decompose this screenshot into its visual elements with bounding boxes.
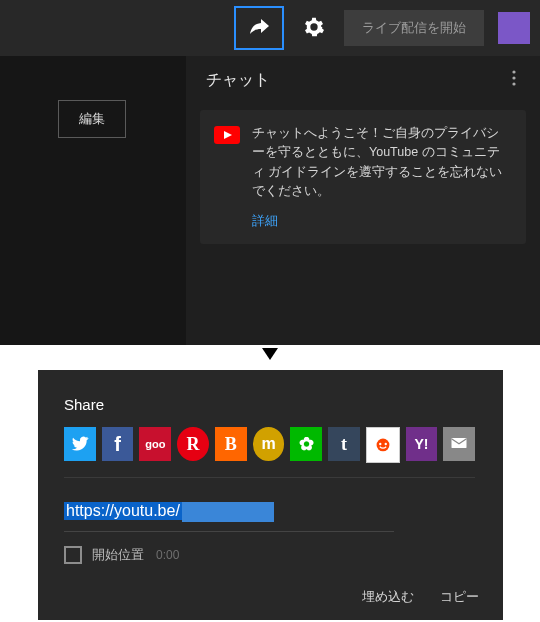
share-button[interactable]	[234, 6, 284, 50]
yahoo-icon: Y!	[414, 436, 428, 452]
divider	[64, 477, 475, 478]
share-mixi-button[interactable]: m	[253, 427, 285, 461]
reddit-icon	[372, 433, 394, 458]
share-twitter-button[interactable]	[64, 427, 96, 461]
share-blogger-button[interactable]: B	[215, 427, 247, 461]
share-services-row: f goo R B m ✿ t Y!	[64, 427, 475, 463]
share-url-obscured	[182, 502, 274, 522]
share-yahoo-button[interactable]: Y!	[406, 427, 438, 461]
start-at-checkbox[interactable]	[64, 546, 82, 564]
share-dialog-title: Share	[64, 396, 475, 413]
facebook-icon: f	[114, 433, 121, 456]
mixi-icon: m	[261, 435, 275, 453]
svg-point-2	[512, 82, 515, 85]
settings-button[interactable]	[292, 6, 336, 50]
chat-welcome-card: チャットへようこそ！ご自身のプライバシーを守るとともに、YouTube のコミュ…	[200, 110, 526, 244]
share-tumblr-button[interactable]: t	[328, 427, 360, 461]
mail-icon	[449, 433, 469, 456]
chat-learn-more-link[interactable]: 詳細	[252, 212, 510, 230]
share-dialog-actions: 埋め込む コピー	[362, 588, 479, 606]
share-goo-button[interactable]: goo	[139, 427, 171, 461]
chat-menu-button[interactable]	[502, 68, 526, 92]
svg-marker-4	[262, 348, 278, 360]
connector-arrow-icon	[262, 348, 278, 360]
svg-point-1	[512, 76, 515, 79]
share-ameba-button[interactable]: R	[177, 427, 209, 461]
ameba-icon: R	[187, 434, 200, 455]
share-mail-button[interactable]	[443, 427, 475, 461]
share-facebook-button[interactable]: f	[102, 427, 134, 461]
share-line-button[interactable]: ✿	[290, 427, 322, 461]
streaming-panel: ライブ配信を開始 編集 チャット チャットへようこそ！ご自身のプライバ	[0, 0, 540, 345]
edit-button[interactable]: 編集	[58, 100, 126, 138]
share-dialog: Share f goo R B m ✿ t Y! https://y	[38, 370, 503, 620]
kebab-icon	[512, 70, 516, 90]
chat-panel: チャット チャットへようこそ！ご自身のプライバシーを守るとともに、YouTube…	[186, 56, 540, 345]
gear-icon	[303, 16, 325, 41]
chat-welcome-text: チャットへようこそ！ご自身のプライバシーを守るとともに、YouTube のコミュ…	[252, 124, 510, 202]
chat-welcome-body: チャットへようこそ！ご自身のプライバシーを守るとともに、YouTube のコミュ…	[252, 124, 510, 230]
svg-point-5	[376, 438, 389, 451]
line-icon: ✿	[299, 433, 314, 455]
top-bar: ライブ配信を開始	[0, 0, 540, 56]
start-at-label: 開始位置	[92, 546, 144, 564]
blogger-icon: B	[225, 434, 237, 455]
copy-button[interactable]: コピー	[440, 588, 479, 606]
svg-rect-8	[452, 438, 467, 448]
share-reddit-button[interactable]	[366, 427, 400, 463]
svg-point-0	[512, 70, 515, 73]
share-url-field[interactable]: https://youtu.be/	[64, 502, 475, 530]
svg-marker-3	[224, 131, 232, 139]
go-live-button[interactable]: ライブ配信を開始	[344, 10, 484, 46]
share-url-text: https://youtu.be/	[64, 502, 182, 520]
share-arrow-icon	[247, 15, 271, 42]
twitter-icon	[70, 433, 90, 456]
start-at-time: 0:00	[156, 548, 179, 562]
left-sidebar: 編集	[0, 56, 186, 345]
start-at-row: 開始位置 0:00	[64, 546, 475, 564]
goo-icon: goo	[145, 438, 165, 450]
tumblr-icon: t	[341, 434, 347, 455]
svg-point-7	[384, 442, 386, 444]
chat-title: チャット	[206, 70, 270, 91]
chat-header: チャット	[186, 56, 540, 104]
embed-button[interactable]: 埋め込む	[362, 588, 414, 606]
youtube-badge-icon	[214, 126, 240, 144]
account-avatar[interactable]	[498, 12, 530, 44]
svg-point-6	[379, 442, 381, 444]
